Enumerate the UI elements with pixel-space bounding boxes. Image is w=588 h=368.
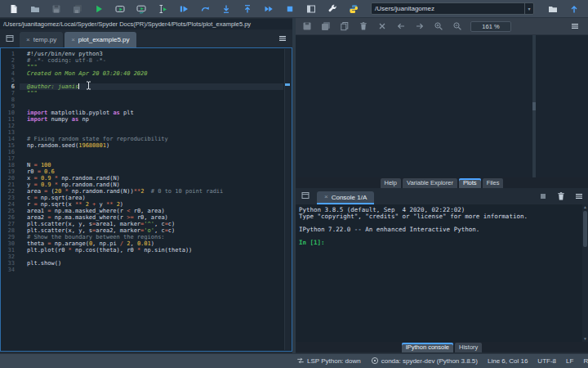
code-line[interactable]: 23c = np.sqrt(area) (2, 195, 283, 201)
code-line[interactable]: 19r0 = 0.6 (2, 168, 283, 175)
line-number[interactable]: 33 (2, 260, 20, 267)
open-dir-icon[interactable] (542, 0, 564, 18)
run-cell-icon[interactable] (109, 0, 131, 18)
tab-temp-py[interactable]: × temp.py (20, 32, 63, 47)
save-plot-icon[interactable] (297, 18, 316, 35)
line-number[interactable]: 21 (2, 182, 20, 188)
code-line[interactable]: 24r = np.sqrt(x ** 2 + y ** 2) (2, 201, 283, 208)
maximize-pane-icon[interactable] (301, 0, 322, 18)
zoom-in-icon[interactable] (429, 18, 448, 35)
line-number[interactable]: 22 (2, 188, 20, 195)
code-line[interactable]: 5 (2, 77, 283, 83)
line-number[interactable]: 14 (2, 136, 20, 142)
browse-tabs-icon[interactable] (296, 186, 315, 204)
zoom-out-icon[interactable] (448, 18, 466, 35)
line-number[interactable]: 2 (2, 57, 20, 64)
line-number[interactable]: 28 (2, 227, 20, 234)
debug-file-icon[interactable] (173, 0, 194, 18)
code-line[interactable]: 33plt.show() (2, 260, 283, 267)
code-line[interactable]: 4Created on Mon Apr 20 03:20:40 2020 (2, 70, 283, 77)
line-number[interactable]: 29 (2, 234, 20, 240)
line-number[interactable]: 6 (2, 83, 20, 90)
line-number[interactable]: 8 (2, 96, 20, 103)
tab-console-1a[interactable]: × Console 1/A (317, 191, 374, 204)
save-all-icon[interactable] (67, 0, 88, 18)
continue-execution-icon[interactable] (258, 0, 279, 18)
line-number[interactable]: 18 (2, 162, 20, 168)
code-line[interactable]: 6@author: juanis (2, 83, 283, 90)
code-line[interactable]: 14# Fixing random state for reproducibil… (2, 136, 283, 142)
rerun-cell-icon[interactable] (194, 0, 216, 18)
line-number[interactable]: 9 (2, 103, 20, 110)
options-menu-icon[interactable] (570, 188, 588, 204)
line-number[interactable]: 19 (2, 168, 20, 175)
run-cell-advance-icon[interactable] (131, 0, 152, 18)
scroll-up-icon[interactable]: ▲ (582, 204, 588, 210)
editor-options-menu-icon[interactable] (273, 29, 292, 47)
code-line[interactable]: 20x = 0.9 * np.random.rand(N) (2, 175, 283, 182)
step-into-icon[interactable] (216, 0, 237, 18)
preferences-wrench-icon[interactable] (322, 0, 343, 18)
save-all-plots-icon[interactable] (316, 18, 335, 35)
tab-variable-explorer[interactable]: Variable Explorer (403, 178, 457, 188)
run-selection-icon[interactable] (152, 0, 173, 18)
code-editor[interactable]: 1#!/usr/bin/env python32# -*- coding: ut… (0, 47, 292, 352)
tab-help[interactable]: Help (381, 178, 401, 188)
code-line[interactable]: 12 (2, 123, 283, 129)
copy-plot-icon[interactable] (335, 18, 354, 35)
remove-all-plots-icon[interactable] (372, 18, 391, 35)
close-icon[interactable]: × (324, 194, 328, 200)
code-line[interactable]: 30theta = np.arange(0, np.pi / 2, 0.01) (2, 240, 283, 247)
line-number[interactable]: 34 (2, 267, 20, 273)
code-line[interactable]: 31plt.plot(r0 * np.cos(theta), r0 * np.s… (2, 247, 283, 254)
line-number[interactable]: 26 (2, 214, 20, 221)
python-logo-icon[interactable] (343, 0, 364, 18)
scrollbar-handle[interactable] (583, 211, 587, 247)
line-number[interactable]: 4 (2, 70, 20, 77)
run-icon[interactable] (88, 0, 109, 18)
code-line[interactable]: 1#!/usr/bin/env python3 (2, 51, 283, 57)
close-icon[interactable]: × (71, 37, 75, 43)
open-file-icon[interactable] (24, 0, 46, 18)
line-number[interactable]: 5 (2, 77, 20, 83)
line-number[interactable]: 20 (2, 175, 20, 182)
remove-console-icon[interactable] (552, 188, 570, 204)
tab-files[interactable]: Files (483, 178, 504, 188)
code-line[interactable]: 9 (2, 103, 283, 110)
code-line[interactable]: 25area1 = np.ma.masked_where(r < r0, are… (2, 208, 283, 214)
save-icon[interactable] (46, 0, 67, 18)
code-line[interactable]: 13 (2, 129, 283, 136)
line-number[interactable]: 30 (2, 240, 20, 247)
ipython-console[interactable]: Python 3.8.5 (default, Sep 4 2020, 02:22… (296, 204, 588, 342)
code-line[interactable]: 22area = (20 * np.random.rand(N))**2 # 0… (2, 188, 283, 195)
line-number[interactable]: 27 (2, 221, 20, 227)
code-line[interactable]: 29# Show the boundary between the region… (2, 234, 283, 240)
line-number[interactable]: 17 (2, 155, 20, 162)
line-number[interactable]: 13 (2, 129, 20, 136)
plots-options-menu-icon[interactable] (565, 18, 584, 35)
line-number[interactable]: 1 (2, 51, 20, 57)
line-number[interactable]: 11 (2, 116, 20, 123)
code-line[interactable]: 21y = 0.9 * np.random.rand(N) (2, 182, 283, 188)
new-file-icon[interactable] (3, 0, 24, 18)
line-number[interactable]: 16 (2, 149, 20, 155)
code-line[interactable]: 16 (2, 149, 283, 155)
code-line[interactable]: 15np.random.seed(19680801) (2, 142, 283, 149)
console-scrollbar[interactable]: ▲ ▼ (582, 204, 588, 342)
code-line[interactable]: 18N = 100 (2, 162, 283, 168)
code-line[interactable]: 34 (2, 267, 283, 273)
code-line[interactable]: 7""" (2, 90, 283, 96)
line-number[interactable]: 15 (2, 142, 20, 149)
remove-plot-icon[interactable] (354, 18, 372, 35)
editor-scrollflag[interactable] (284, 49, 291, 350)
plots-zoom-level[interactable]: 161 % (470, 21, 511, 32)
line-number[interactable]: 25 (2, 208, 20, 214)
code-line[interactable]: 8 (2, 96, 283, 103)
plots-thumbnail-splitter[interactable] (532, 35, 536, 177)
next-plot-icon[interactable] (410, 18, 429, 35)
line-number[interactable]: 7 (2, 90, 20, 96)
tab-plot-example5-py[interactable]: × plot_example5.py (65, 32, 136, 47)
step-out-icon[interactable] (237, 0, 258, 18)
code-line[interactable]: 27plt.scatter(x, y, s=area1, marker='^',… (2, 221, 283, 227)
close-icon[interactable]: × (26, 37, 30, 43)
